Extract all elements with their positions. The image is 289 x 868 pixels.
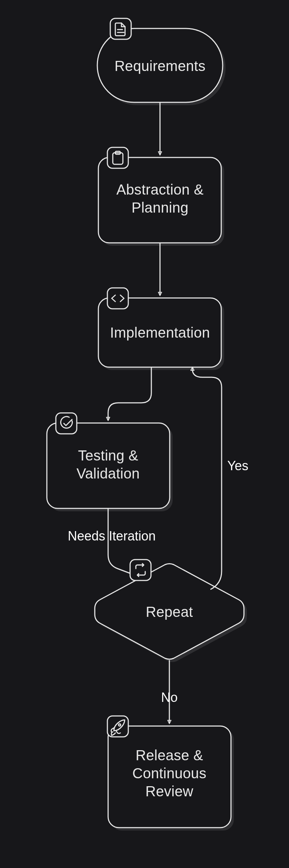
svg-rect-16 (130, 560, 151, 580)
svg-rect-12 (107, 288, 128, 309)
node-testing-label-2: Validation (76, 466, 140, 481)
node-release-label-3: Review (146, 783, 194, 799)
node-implementation-label: Implementation (110, 325, 210, 340)
check-circle-icon (56, 413, 77, 434)
edge-label-no: No (161, 690, 178, 705)
node-planning-label-2: Planning (132, 200, 188, 215)
document-icon (110, 18, 131, 39)
node-repeat-label: Repeat (146, 604, 193, 620)
edge-repeat-yes (192, 367, 222, 589)
node-testing-label-1: Testing & (78, 448, 138, 463)
edge-label-yes: Yes (227, 458, 249, 473)
node-release-label-1: Release & (135, 747, 203, 763)
svg-rect-7 (107, 147, 128, 168)
node-implementation: Implementation (98, 288, 224, 370)
node-planning: Abstraction & Planning (98, 147, 224, 246)
rocket-icon (107, 716, 128, 737)
node-planning-label-1: Abstraction & (116, 182, 204, 197)
edge-label-needs-iteration: Needs Iteration (68, 529, 156, 543)
code-icon (107, 288, 128, 309)
clipboard-icon (107, 147, 128, 168)
edge-impl-to-testing (108, 367, 151, 420)
node-release-label-2: Continuous (132, 765, 206, 781)
node-release: Release & Continuous Review (107, 716, 234, 831)
node-repeat: Repeat (95, 560, 247, 662)
flowchart: Requirements Abstraction & Planning Impl… (0, 0, 289, 868)
node-testing: Testing & Validation (47, 413, 173, 511)
node-requirements-label: Requirements (115, 58, 206, 74)
node-requirements: Requirements (97, 18, 226, 105)
repeat-icon (130, 560, 151, 580)
